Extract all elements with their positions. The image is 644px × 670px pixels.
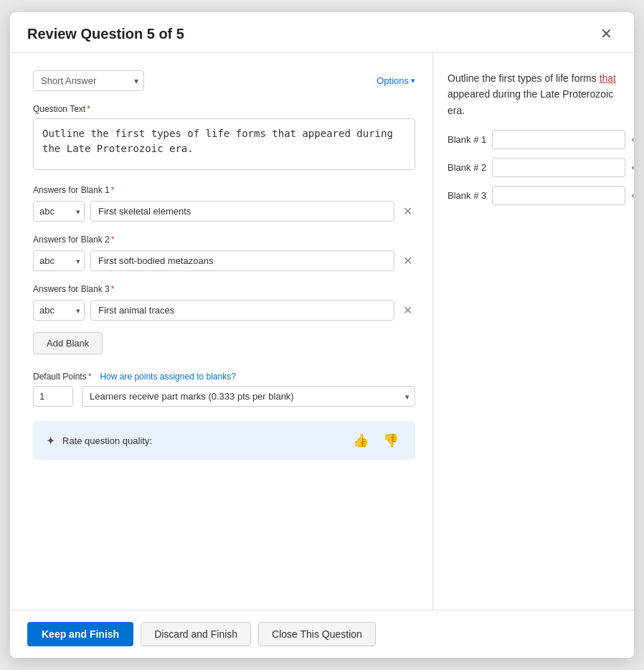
preview-blank3-row: Blank # 3 ↩ (448, 186, 620, 205)
question-type-select[interactable]: Short Answer Multiple Choice True/False … (33, 70, 144, 91)
preview-blank1-row: Blank # 1 ↩ (448, 130, 620, 149)
blank1-section: Answers for Blank 1* abc Abc ABC ▾ ✕ (33, 185, 415, 222)
options-link[interactable]: Options ▾ (377, 75, 415, 86)
close-this-question-button[interactable]: Close This Question (258, 622, 376, 646)
options-chevron-icon: ▾ (411, 76, 415, 85)
blank2-label: Answers for Blank 2* (33, 235, 415, 245)
blank1-label: Answers for Blank 1* (33, 185, 415, 195)
rate-quality-box: ✦ Rate question quality: 👍 👎 (33, 421, 415, 460)
blank2-abc-select[interactable]: abc Abc ABC (33, 250, 85, 271)
blank3-remove-button[interactable]: ✕ (400, 303, 415, 318)
points-section: Default Points* How are points assigned … (33, 372, 415, 407)
thumbs-down-button[interactable]: 👎 (379, 431, 402, 450)
modal-title: Review Question 5 of 5 (27, 26, 184, 42)
discard-and-finish-button[interactable]: Discard and Finish (141, 622, 251, 646)
preview-blank1-input[interactable] (492, 130, 625, 149)
keep-and-finish-button[interactable]: Keep and Finish (27, 622, 133, 646)
points-input[interactable] (33, 386, 73, 407)
blank3-section: Answers for Blank 3* abc Abc ABC ▾ ✕ (33, 284, 415, 321)
question-text-section: Question Text* Outline the first types o… (33, 104, 415, 172)
modal-body: Short Answer Multiple Choice True/False … (10, 53, 634, 610)
preview-blank1-icon: ↩ (631, 134, 634, 145)
preview-blank2-label: Blank # 2 (448, 162, 486, 173)
preview-blank3-icon: ↩ (631, 190, 634, 201)
preview-blank1-label: Blank # 1 (448, 134, 486, 145)
blank1-abc-wrapper[interactable]: abc Abc ABC ▾ (33, 201, 85, 222)
preview-blank3-label: Blank # 3 (448, 190, 486, 201)
review-question-modal: Review Question 5 of 5 ✕ Short Answer Mu… (10, 12, 634, 658)
preview-blank2-icon: ↩ (631, 162, 634, 173)
blank3-answer-input[interactable] (90, 300, 394, 321)
points-row: Learners receive part marks (0.333 pts p… (33, 386, 415, 407)
rate-label: Rate question quality: (62, 435, 342, 446)
preview-text-highlight: that (600, 72, 616, 84)
right-panel: Outline the first types of life forms th… (433, 53, 634, 610)
blank3-answer-row: abc Abc ABC ▾ ✕ (33, 300, 415, 321)
add-blank-button[interactable]: Add Blank (33, 332, 103, 354)
marks-select[interactable]: Learners receive part marks (0.333 pts p… (82, 386, 415, 407)
preview-text-part1: Outline the first types of life forms (448, 72, 600, 84)
modal-footer: Keep and Finish Discard and Finish Close… (10, 610, 634, 658)
blank3-abc-select[interactable]: abc Abc ABC (33, 300, 85, 321)
blank1-answer-input[interactable] (90, 201, 394, 222)
marks-select-wrapper[interactable]: Learners receive part marks (0.333 pts p… (82, 386, 415, 407)
how-points-link[interactable]: How are points assigned to blanks? (100, 372, 235, 382)
default-points-label: Default Points* (33, 372, 91, 382)
blank1-answer-row: abc Abc ABC ▾ ✕ (33, 201, 415, 222)
type-select-wrapper[interactable]: Short Answer Multiple Choice True/False … (33, 70, 144, 91)
close-button[interactable]: ✕ (596, 25, 617, 42)
question-text-input[interactable]: Outline the first types of life forms th… (33, 118, 415, 170)
blank1-remove-button[interactable]: ✕ (400, 204, 415, 219)
preview-blank3-input[interactable] (492, 186, 625, 205)
points-header: Default Points* How are points assigned … (33, 372, 415, 382)
options-label: Options (377, 75, 409, 86)
question-text-label: Question Text* (33, 104, 415, 114)
blank2-answer-row: abc Abc ABC ▾ ✕ (33, 250, 415, 271)
blank2-remove-button[interactable]: ✕ (400, 254, 415, 268)
thumbs-up-button[interactable]: 👍 (349, 431, 372, 450)
preview-text-part2: appeared during the Late Proterozoic era… (448, 88, 613, 115)
blank3-label: Answers for Blank 3* (33, 284, 415, 294)
blank2-answer-input[interactable] (90, 250, 394, 271)
preview-blank2-row: Blank # 2 ↩ (448, 158, 620, 177)
blank1-abc-select[interactable]: abc Abc ABC (33, 201, 85, 222)
rate-sparkle-icon: ✦ (46, 434, 55, 448)
preview-text: Outline the first types of life forms th… (448, 70, 620, 118)
modal-header: Review Question 5 of 5 ✕ (10, 12, 634, 53)
left-panel: Short Answer Multiple Choice True/False … (10, 53, 433, 610)
blank2-abc-wrapper[interactable]: abc Abc ABC ▾ (33, 250, 85, 271)
preview-blank2-input[interactable] (492, 158, 625, 177)
blank3-abc-wrapper[interactable]: abc Abc ABC ▾ (33, 300, 85, 321)
type-select-row: Short Answer Multiple Choice True/False … (33, 70, 415, 91)
blank2-section: Answers for Blank 2* abc Abc ABC ▾ ✕ (33, 235, 415, 271)
